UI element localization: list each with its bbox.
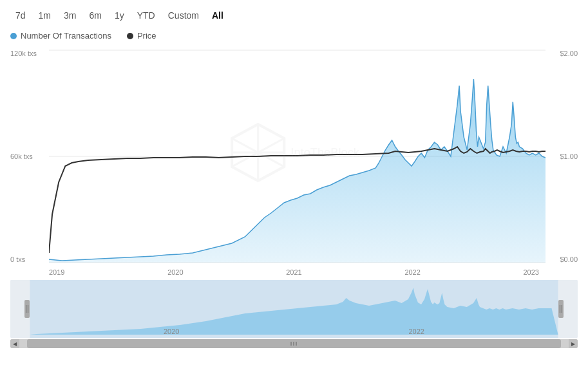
handle-line <box>28 305 28 313</box>
x-label-2020: 2020 <box>167 268 183 276</box>
legend-price: Price <box>127 31 156 41</box>
handle-line <box>26 305 26 313</box>
legend-dot-price <box>127 33 133 39</box>
x-label-2023: 2023 <box>524 268 539 276</box>
scrollbar-grip <box>290 342 297 346</box>
chart-svg-container: IntoTheBlock <box>49 47 545 266</box>
main-chart: 120k txs 60k txs 0 txs $2.00 $1.00 $0.00 <box>10 47 578 266</box>
legend-label-transactions: Number Of Transactions <box>21 31 111 41</box>
main-container: 7d 1m 3m 6m 1y YTD Custom All Number Of … <box>0 0 588 390</box>
handle-line <box>562 305 562 313</box>
navigator-handle-right[interactable] <box>558 300 564 318</box>
y-label-120k: 120k txs <box>10 50 49 57</box>
x-label-2022: 2022 <box>404 268 420 276</box>
x-label-2021: 2021 <box>286 268 301 276</box>
y-axis-left: 120k txs 60k txs 0 txs <box>10 47 49 266</box>
y-label-60k: 60k txs <box>10 153 49 160</box>
transactions-area <box>49 79 545 263</box>
btn-7d[interactable]: 7d <box>10 8 31 23</box>
navigator[interactable]: 2020 2022 <box>10 280 578 338</box>
btn-all[interactable]: All <box>207 8 229 23</box>
btn-6m[interactable]: 6m <box>84 8 106 23</box>
nav-x-label-2020: 2020 <box>164 328 179 335</box>
watermark: IntoTheBlock <box>232 124 360 181</box>
handle-line <box>560 305 560 313</box>
x-axis: 2019 2020 2021 2022 2023 <box>10 266 578 276</box>
scrollbar[interactable]: ◀ ▶ <box>10 339 578 348</box>
chart-wrapper: 120k txs 60k txs 0 txs $2.00 $1.00 $0.00 <box>10 47 578 348</box>
btn-ytd[interactable]: YTD <box>132 8 160 23</box>
y-label-0: 0 txs <box>10 255 49 263</box>
btn-3m[interactable]: 3m <box>59 8 81 23</box>
chart-svg: IntoTheBlock <box>49 47 545 266</box>
btn-1y[interactable]: 1y <box>109 8 129 23</box>
y-label-1usd: $1.00 <box>545 153 578 160</box>
legend-dot-transactions <box>10 33 17 39</box>
btn-custom[interactable]: Custom <box>163 8 204 23</box>
btn-1m[interactable]: 1m <box>33 8 56 23</box>
grip-line <box>293 342 294 346</box>
chart-legend: Number Of Transactions Price <box>10 31 578 41</box>
time-range-bar: 7d 1m 3m 6m 1y YTD Custom All <box>10 8 578 23</box>
x-label-2019: 2019 <box>49 268 64 276</box>
navigator-x-labels: 2020 2022 <box>49 328 539 335</box>
grip-line <box>290 342 292 346</box>
grip-line <box>296 342 297 346</box>
legend-transactions: Number Of Transactions <box>10 31 111 41</box>
legend-label-price: Price <box>137 31 156 41</box>
scrollbar-left-arrow[interactable]: ◀ <box>10 339 19 348</box>
navigator-handle-left[interactable] <box>24 300 30 318</box>
y-axis-right: $2.00 $1.00 $0.00 <box>545 47 578 266</box>
nav-x-label-2022: 2022 <box>409 328 424 335</box>
y-label-2usd: $2.00 <box>545 50 578 57</box>
scrollbar-right-arrow[interactable]: ▶ <box>569 339 578 348</box>
svg-text:IntoTheBlock: IntoTheBlock <box>290 146 359 159</box>
scrollbar-thumb[interactable] <box>27 339 560 348</box>
y-label-0usd: $0.00 <box>545 255 578 263</box>
